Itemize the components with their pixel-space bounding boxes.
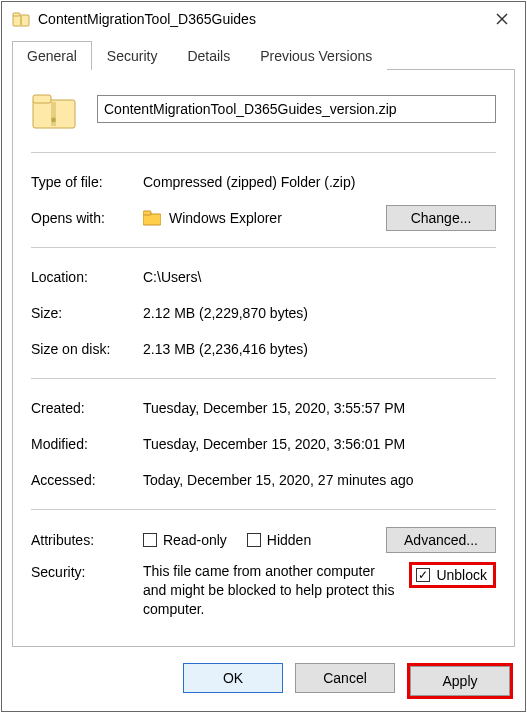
separator [31, 247, 496, 248]
label-modified: Modified: [31, 436, 143, 452]
svg-rect-2 [20, 16, 22, 25]
apply-button[interactable]: Apply [410, 666, 510, 696]
svg-point-8 [51, 118, 56, 123]
value-created: Tuesday, December 15, 2020, 3:55:57 PM [143, 400, 496, 416]
close-button[interactable] [481, 4, 523, 34]
label-created: Created: [31, 400, 143, 416]
close-icon [496, 13, 508, 25]
highlight-apply: Apply [407, 663, 513, 699]
row-opens-with: Opens with: Windows Explorer Change... [31, 203, 496, 233]
window-title: ContentMigrationTool_D365Guides [38, 11, 481, 27]
advanced-button[interactable]: Advanced... [386, 527, 496, 553]
svg-rect-1 [13, 13, 20, 16]
checkbox-unblock-label: Unblock [436, 567, 487, 583]
tab-panel-general: ContentMigrationTool_D365Guides_version.… [12, 69, 515, 647]
separator [31, 152, 496, 153]
label-size: Size: [31, 305, 143, 321]
checkbox-readonly[interactable]: Read-only [143, 532, 227, 548]
row-location: Location: C:\Users\ [31, 262, 496, 292]
checkbox-hidden[interactable]: Hidden [247, 532, 311, 548]
ok-button[interactable]: OK [183, 663, 283, 693]
zip-folder-icon [12, 10, 30, 28]
separator [31, 509, 496, 510]
label-accessed: Accessed: [31, 472, 143, 488]
svg-rect-7 [51, 102, 56, 126]
security-message: This file came from another computer and… [143, 562, 409, 619]
row-modified: Modified: Tuesday, December 15, 2020, 3:… [31, 429, 496, 459]
value-location: C:\Users\ [143, 269, 496, 285]
tab-previous-versions[interactable]: Previous Versions [245, 41, 387, 70]
label-type-of-file: Type of file: [31, 174, 143, 190]
svg-rect-9 [143, 214, 161, 225]
row-created: Created: Tuesday, December 15, 2020, 3:5… [31, 393, 496, 423]
svg-rect-6 [33, 95, 51, 103]
value-opens-with: Windows Explorer [169, 210, 282, 226]
label-location: Location: [31, 269, 143, 285]
label-attributes: Attributes: [31, 532, 143, 548]
checkbox-readonly-label: Read-only [163, 532, 227, 548]
label-size-on-disk: Size on disk: [31, 341, 143, 357]
value-type-of-file: Compressed (zipped) Folder (.zip) [143, 174, 496, 190]
row-size: Size: 2.12 MB (2,229,870 bytes) [31, 298, 496, 328]
checkbox-unblock[interactable]: ✓ Unblock [416, 567, 487, 583]
dialog-button-bar: OK Cancel Apply [2, 655, 525, 711]
value-modified: Tuesday, December 15, 2020, 3:56:01 PM [143, 436, 496, 452]
properties-dialog: ContentMigrationTool_D365Guides General … [1, 1, 526, 712]
svg-rect-10 [143, 211, 151, 215]
row-type-of-file: Type of file: Compressed (zipped) Folder… [31, 167, 496, 197]
checkbox-box [247, 533, 261, 547]
checkbox-box [143, 533, 157, 547]
row-accessed: Accessed: Today, December 15, 2020, 27 m… [31, 465, 496, 495]
checkbox-box-checked: ✓ [416, 568, 430, 582]
value-accessed: Today, December 15, 2020, 27 minutes ago [143, 472, 496, 488]
separator [31, 378, 496, 379]
row-size-on-disk: Size on disk: 2.13 MB (2,236,416 bytes) [31, 334, 496, 364]
tab-general[interactable]: General [12, 41, 92, 70]
value-size-on-disk: 2.13 MB (2,236,416 bytes) [143, 341, 496, 357]
filename-input[interactable]: ContentMigrationTool_D365Guides_version.… [97, 95, 496, 123]
row-security: Security: This file came from another co… [31, 562, 496, 619]
label-security: Security: [31, 562, 143, 580]
tab-strip: General Security Details Previous Versio… [2, 36, 525, 69]
titlebar: ContentMigrationTool_D365Guides [2, 2, 525, 36]
highlight-unblock: ✓ Unblock [409, 562, 496, 588]
cancel-button[interactable]: Cancel [295, 663, 395, 693]
tab-security[interactable]: Security [92, 41, 173, 70]
value-size: 2.12 MB (2,229,870 bytes) [143, 305, 496, 321]
row-attributes: Attributes: Read-only Hidden Advanced... [31, 524, 496, 556]
tab-details[interactable]: Details [172, 41, 245, 70]
change-button[interactable]: Change... [386, 205, 496, 231]
zip-folder-icon-large [31, 86, 77, 132]
label-opens-with: Opens with: [31, 210, 143, 226]
checkbox-hidden-label: Hidden [267, 532, 311, 548]
explorer-icon [143, 210, 161, 226]
